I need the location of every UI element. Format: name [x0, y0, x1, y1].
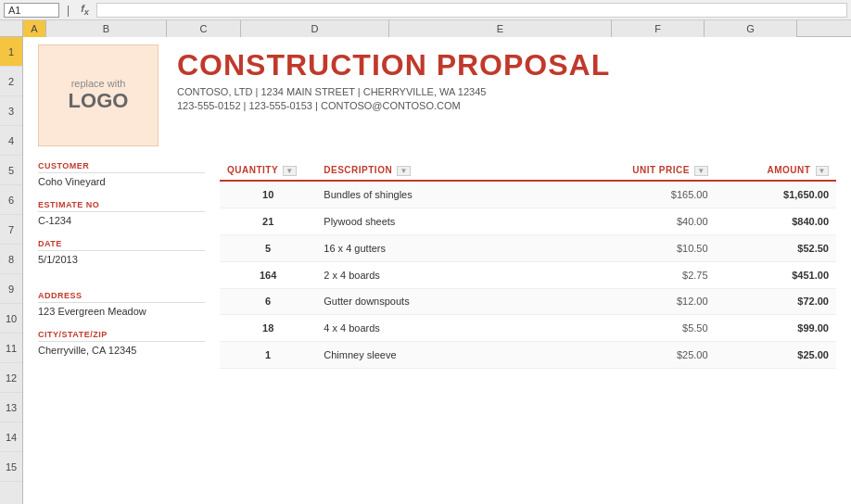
cell-price: $40.00: [582, 208, 715, 235]
content-area: CUSTOMER Coho Vineyard ESTIMATE NO C-123…: [38, 161, 836, 369]
col-header-a[interactable]: A: [23, 20, 46, 37]
row-num-10[interactable]: 10: [0, 304, 22, 334]
row-num-6[interactable]: 6: [0, 185, 22, 215]
row-numbers: 1 2 3 4 5 6 7 8 9 10 11 12 13 14 15: [0, 37, 23, 504]
cell-desc: 2 x 4 boards: [316, 261, 582, 288]
row-num-4[interactable]: 4: [0, 126, 22, 156]
sidebar-info: CUSTOMER Coho Vineyard ESTIMATE NO C-123…: [38, 161, 205, 369]
customer-label: CUSTOMER: [38, 161, 205, 173]
quantity-dropdown[interactable]: ▼: [283, 166, 296, 176]
citystatezip-label: CITY/STATE/ZIP: [38, 330, 205, 342]
table-row[interactable]: 164 2 x 4 boards $2.75 $451.00: [220, 261, 836, 288]
address-field: ADDRESS 123 Evergreen Meadow: [38, 291, 205, 317]
cell-qty: 21: [220, 208, 316, 235]
cell-price: $12.00: [582, 288, 715, 315]
cell-qty: 6: [220, 288, 316, 315]
proposal-table: QUANTITY ▼ DESCRIPTION ▼ UNIT PRICE ▼: [220, 161, 836, 369]
sheet-content: replace with LOGO CONSTRUCTION PROPOSAL …: [23, 37, 851, 504]
row-num-1[interactable]: 1: [0, 37, 22, 67]
col-header-f[interactable]: F: [612, 20, 705, 37]
logo-small-text: replace with: [71, 78, 126, 89]
table-row[interactable]: 1 Chimney sleeve $25.00 $25.00: [220, 342, 836, 369]
column-headers: A B C D E F G: [0, 20, 851, 37]
table-row[interactable]: 21 Plywood sheets $40.00 $840.00: [220, 208, 836, 235]
cell-reference[interactable]: A1: [4, 3, 59, 18]
customer-field: CUSTOMER Coho Vineyard: [38, 161, 205, 187]
cell-price: $2.75: [582, 261, 715, 288]
cell-desc: 16 x 4 gutters: [316, 234, 582, 261]
table-row[interactable]: 5 16 x 4 gutters $10.50 $52.50: [220, 234, 836, 261]
description-dropdown[interactable]: ▼: [397, 166, 410, 176]
logo-box: replace with LOGO: [38, 44, 159, 146]
cell-qty: 1: [220, 342, 316, 369]
citystatezip-field: CITY/STATE/ZIP Cherryville, CA 12345: [38, 330, 205, 356]
cell-price: $165.00: [582, 181, 715, 208]
cell-desc: Plywood sheets: [316, 208, 582, 235]
cell-amount: $52.50: [716, 234, 836, 261]
th-amount: AMOUNT ▼: [716, 161, 836, 181]
row-num-13[interactable]: 13: [0, 393, 22, 422]
row-num-11[interactable]: 11: [0, 334, 22, 363]
date-value: 5/1/2013: [38, 254, 205, 265]
formula-bar: A1 | fx: [0, 0, 851, 20]
col-header-e[interactable]: E: [389, 20, 612, 37]
cell-amount: $72.00: [716, 288, 836, 315]
grid-container: 1 2 3 4 5 6 7 8 9 10 11 12 13 14 15 repl…: [0, 37, 851, 504]
cell-qty: 10: [220, 181, 316, 208]
row-num-2[interactable]: 2: [0, 67, 22, 96]
cell-desc: Gutter downspouts: [316, 288, 582, 315]
formula-sep: |: [63, 4, 73, 17]
col-header-g[interactable]: G: [705, 20, 797, 37]
header-section: replace with LOGO CONSTRUCTION PROPOSAL …: [38, 44, 836, 150]
row-num-5[interactable]: 5: [0, 156, 22, 185]
row-num-15[interactable]: 15: [0, 452, 22, 482]
date-label: DATE: [38, 239, 205, 251]
row-num-12[interactable]: 12: [0, 363, 22, 393]
th-description: DESCRIPTION ▼: [316, 161, 582, 181]
cell-qty: 18: [220, 315, 316, 342]
estimate-value: C-1234: [38, 215, 205, 226]
customer-value: Coho Vineyard: [38, 176, 205, 187]
th-unit-price: UNIT PRICE ▼: [582, 161, 715, 181]
company-info: CONSTRUCTION PROPOSAL CONTOSO, LTD | 123…: [177, 44, 610, 111]
cell-qty: 5: [220, 234, 316, 261]
proposal-title: CONSTRUCTION PROPOSAL: [177, 48, 610, 82]
company-address: CONTOSO, LTD | 1234 MAIN STREET | CHERRY…: [177, 86, 610, 97]
cell-amount: $451.00: [716, 261, 836, 288]
table-row[interactable]: 6 Gutter downspouts $12.00 $72.00: [220, 288, 836, 315]
cell-price: $25.00: [582, 342, 715, 369]
cell-qty: 164: [220, 261, 316, 288]
address-label: ADDRESS: [38, 291, 205, 303]
row-num-8[interactable]: 8: [0, 245, 22, 274]
th-quantity: QUANTITY ▼: [220, 161, 316, 181]
formula-icon: fx: [77, 3, 93, 17]
corner-cell: [0, 20, 23, 36]
table-row[interactable]: 10 Bundles of shingles $165.00 $1,650.00: [220, 181, 836, 208]
formula-input[interactable]: [96, 3, 847, 18]
col-header-c[interactable]: C: [167, 20, 241, 37]
cell-amount: $840.00: [716, 208, 836, 235]
col-header-b[interactable]: B: [46, 20, 167, 37]
row-num-7[interactable]: 7: [0, 215, 22, 245]
table-row[interactable]: 18 4 x 4 boards $5.50 $99.00: [220, 315, 836, 342]
cell-price: $5.50: [582, 315, 715, 342]
row-num-9[interactable]: 9: [0, 274, 22, 304]
cell-amount: $25.00: [716, 342, 836, 369]
company-contact: 123-555-0152 | 123-555-0153 | CONTOSO@CO…: [177, 100, 610, 111]
unitprice-dropdown[interactable]: ▼: [694, 166, 707, 176]
address-value: 123 Evergreen Meadow: [38, 306, 205, 317]
estimate-label: ESTIMATE NO: [38, 200, 205, 212]
logo-big-text: LOGO: [69, 89, 129, 113]
citystatezip-value: Cherryville, CA 12345: [38, 345, 205, 356]
estimate-field: ESTIMATE NO C-1234: [38, 200, 205, 226]
cell-amount: $99.00: [716, 315, 836, 342]
cell-desc: Chimney sleeve: [316, 342, 582, 369]
amount-dropdown[interactable]: ▼: [816, 166, 829, 176]
cell-desc: 4 x 4 boards: [316, 315, 582, 342]
cell-desc: Bundles of shingles: [316, 181, 582, 208]
row-num-3[interactable]: 3: [0, 96, 22, 126]
proposal-area: replace with LOGO CONSTRUCTION PROPOSAL …: [23, 37, 851, 376]
cell-price: $10.50: [582, 234, 715, 261]
row-num-14[interactable]: 14: [0, 422, 22, 452]
col-header-d[interactable]: D: [241, 20, 389, 37]
